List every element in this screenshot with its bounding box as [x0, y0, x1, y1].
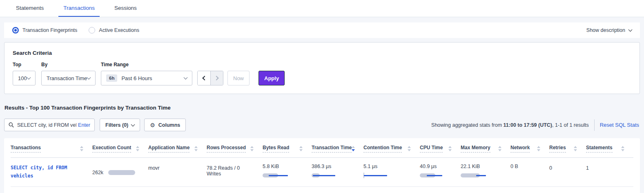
application-name-value: movr — [148, 165, 160, 171]
transactions-table: Transactions Execution Count Application… — [4, 138, 640, 193]
table-header-row: Transactions Execution Count Application… — [11, 138, 633, 158]
bytes-read-bar — [263, 173, 299, 178]
time-range-badge: 6h — [106, 74, 117, 82]
col-header-cpu-time: CPU Time — [420, 138, 461, 157]
sort-icon[interactable] — [80, 146, 83, 151]
time-range-select[interactable]: 6h Past 6 Hours — [101, 71, 192, 85]
max-memory-value: 22.1 KiB — [461, 164, 501, 169]
col-header-label[interactable]: Transaction Time — [312, 145, 352, 153]
by-field: By Transaction Time — [41, 62, 101, 85]
contention-time-bar — [363, 173, 400, 178]
time-range-field: Time Range 6h Past 6 Hours — [101, 62, 192, 85]
cpu-time-value: 40.9 µs — [420, 164, 452, 169]
col-header-application-name: Application Name — [148, 138, 207, 157]
search-box: Enter — [4, 119, 95, 131]
search-criteria-form: Top 100 By Transaction Time Time Range 6… — [13, 62, 631, 85]
cell-application-name: movr — [148, 158, 207, 186]
cell-transaction: SELECT city, id FROM vehicles — [11, 158, 92, 186]
col-header-label[interactable]: Max Memory — [461, 145, 490, 153]
execution-count-value: 262k — [92, 170, 103, 175]
cell-contention-time: 5.1 µs — [363, 158, 420, 186]
col-header-label[interactable]: Retries — [549, 145, 566, 153]
radio-active-executions[interactable]: Active Executions — [89, 27, 139, 34]
col-header-transaction-time: Transaction Time — [312, 138, 363, 157]
sort-icon[interactable] — [299, 146, 303, 151]
sort-icon[interactable] — [537, 146, 540, 151]
radio-label: Active Executions — [99, 27, 139, 33]
cell-rows-processed: 78.2 Reads / 0 Writes — [207, 158, 263, 186]
col-header-contention-time: Contention Time — [363, 138, 420, 157]
time-range-pager — [197, 71, 223, 85]
col-header-label[interactable]: Network — [510, 145, 530, 153]
filters-button[interactable]: Filters (0) — [100, 119, 140, 131]
col-header-label[interactable]: Transactions — [11, 145, 41, 153]
by-value: Transaction Time — [47, 75, 87, 81]
time-range-next-button[interactable] — [210, 71, 223, 85]
columns-button[interactable]: ⚙ Columns — [144, 119, 186, 131]
sort-icon[interactable] — [194, 146, 198, 151]
table-row: SELECT city, id FROM vehicles 262k movr … — [11, 158, 633, 187]
sort-icon[interactable] — [621, 146, 624, 151]
radio-label: Transaction Fingerprints — [22, 27, 77, 33]
retries-value: 0 — [549, 165, 552, 171]
col-header-label[interactable]: Rows Processed — [207, 145, 246, 153]
aggregated-stats-text: Showing aggregated stats from 11:00 to 1… — [431, 122, 589, 128]
apply-button[interactable]: Apply — [258, 71, 285, 85]
col-header-rows-processed: Rows Processed — [207, 138, 263, 157]
cpu-time-bar — [420, 173, 457, 178]
cell-statements: 1 — [586, 158, 633, 186]
reset-sql-stats-link[interactable]: Reset SQL Stats — [600, 122, 639, 128]
chevron-down-icon — [184, 76, 188, 80]
sort-icon-active-desc[interactable] — [352, 146, 355, 151]
col-header-label[interactable]: Execution Count — [92, 145, 131, 153]
sort-icon[interactable] — [574, 146, 577, 151]
col-header-network: Network — [510, 138, 549, 157]
execution-count-bar — [108, 170, 135, 175]
transaction-fingerprint-link[interactable]: SELECT city, id FROM vehicles — [11, 165, 67, 179]
sort-icon[interactable] — [448, 146, 452, 151]
sort-icon[interactable] — [136, 146, 139, 151]
col-header-label[interactable]: CPU Time — [420, 145, 443, 153]
col-header-label[interactable]: Contention Time — [363, 145, 402, 153]
time-range-label: Time Range — [101, 62, 192, 67]
tab-sessions[interactable]: Sessions — [109, 0, 142, 17]
radio-selected-icon — [12, 27, 19, 34]
filters-label: Filters (0) — [105, 122, 128, 128]
vertical-divider — [594, 119, 595, 131]
sort-icon[interactable] — [408, 146, 411, 151]
sort-icon[interactable] — [250, 146, 254, 151]
col-header-transactions: Transactions — [11, 138, 92, 157]
by-label: By — [41, 62, 101, 67]
tab-statements[interactable]: Statements — [11, 0, 49, 17]
radio-transaction-fingerprints[interactable]: Transaction Fingerprints — [12, 27, 77, 34]
sort-icon[interactable] — [498, 146, 501, 151]
view-toggle-row: Transaction Fingerprints Active Executio… — [4, 22, 640, 38]
time-range-prev-button[interactable] — [198, 71, 210, 85]
stats-time-range: 11:00 to 17:59 (UTC) — [504, 122, 552, 128]
by-select[interactable]: Transaction Time — [41, 71, 96, 85]
cell-retries: 0 — [549, 158, 586, 186]
cell-network: 0 B — [510, 158, 549, 186]
transaction-time-bar — [312, 173, 348, 178]
tab-transactions[interactable]: Transactions — [58, 0, 100, 17]
col-header-statements: Statements — [586, 138, 633, 157]
search-criteria-title: Search Criteria — [13, 50, 631, 56]
stats-suffix: , 1-1 of 1 results — [552, 122, 589, 128]
top-select[interactable]: 100 — [13, 71, 36, 85]
search-input[interactable] — [17, 122, 76, 128]
show-description-toggle[interactable]: Show description — [586, 27, 632, 33]
col-header-label[interactable]: Application Name — [148, 145, 189, 153]
col-header-label[interactable]: Statements — [586, 145, 613, 153]
cell-bytes-read: 5.8 KiB — [263, 158, 312, 186]
chevron-down-icon — [628, 28, 633, 32]
top-value: 100 — [18, 75, 27, 81]
now-button[interactable]: Now — [227, 71, 250, 85]
max-memory-bar — [461, 173, 497, 178]
col-header-label[interactable]: Bytes Read — [263, 145, 289, 153]
chevron-down-icon — [27, 76, 31, 80]
search-enter-button[interactable]: Enter — [78, 122, 90, 128]
bytes-read-value: 5.8 KiB — [263, 164, 303, 169]
search-icon — [9, 122, 14, 128]
show-description-label: Show description — [586, 27, 625, 33]
contention-time-value: 5.1 µs — [363, 164, 411, 169]
